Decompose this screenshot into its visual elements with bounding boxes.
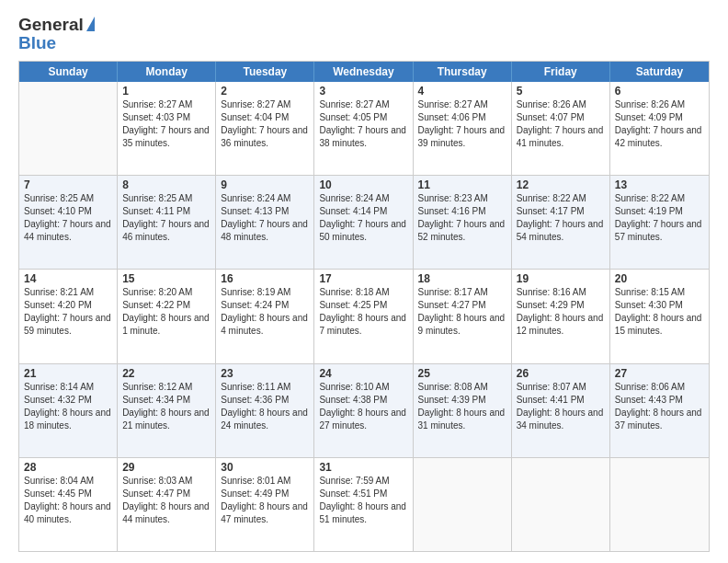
day-number: 11 <box>418 178 506 191</box>
logo-triangle-icon <box>86 17 95 31</box>
cell-sun-info: Sunrise: 8:24 AMSunset: 4:13 PMDaylight:… <box>221 192 309 244</box>
day-number: 31 <box>319 461 407 474</box>
day-number: 2 <box>221 85 309 98</box>
day-number: 12 <box>517 178 605 191</box>
day-cell-30: 30Sunrise: 8:01 AMSunset: 4:49 PMDayligh… <box>216 458 314 551</box>
day-number: 1 <box>122 85 210 98</box>
cell-sun-info: Sunrise: 8:22 AMSunset: 4:19 PMDaylight:… <box>615 192 704 244</box>
day-cell-17: 17Sunrise: 8:18 AMSunset: 4:25 PMDayligh… <box>314 270 413 362</box>
cell-sun-info: Sunrise: 8:23 AMSunset: 4:16 PMDaylight:… <box>418 192 506 244</box>
day-cell-10: 10Sunrise: 8:24 AMSunset: 4:14 PMDayligh… <box>314 176 413 269</box>
cell-sun-info: Sunrise: 8:27 AMSunset: 4:06 PMDaylight:… <box>418 98 506 150</box>
logo: General Blue <box>18 15 95 53</box>
header-cell-wednesday: Wednesday <box>314 62 413 82</box>
day-number: 25 <box>418 367 506 380</box>
day-cell-25: 25Sunrise: 8:08 AMSunset: 4:39 PMDayligh… <box>414 364 512 457</box>
day-cell-21: 21Sunrise: 8:14 AMSunset: 4:32 PMDayligh… <box>19 364 118 457</box>
cell-sun-info: Sunrise: 8:06 AMSunset: 4:43 PMDaylight:… <box>615 381 704 432</box>
day-cell-29: 29Sunrise: 8:03 AMSunset: 4:47 PMDayligh… <box>118 458 216 551</box>
day-cell-2: 2Sunrise: 8:27 AMSunset: 4:04 PMDaylight… <box>216 82 314 175</box>
cell-sun-info: Sunrise: 8:01 AMSunset: 4:49 PMDaylight:… <box>221 475 309 526</box>
logo-general: General <box>18 15 84 35</box>
day-number: 10 <box>319 178 407 191</box>
calendar-header: SundayMondayTuesdayWednesdayThursdayFrid… <box>19 62 709 82</box>
day-number: 6 <box>615 85 704 98</box>
day-cell-16: 16Sunrise: 8:19 AMSunset: 4:24 PMDayligh… <box>216 270 314 362</box>
day-number: 27 <box>615 367 704 380</box>
day-number: 20 <box>615 272 704 285</box>
cell-sun-info: Sunrise: 8:10 AMSunset: 4:38 PMDaylight:… <box>319 381 407 432</box>
cell-sun-info: Sunrise: 8:15 AMSunset: 4:30 PMDaylight:… <box>615 286 704 338</box>
day-number: 26 <box>517 367 605 380</box>
day-number: 19 <box>517 272 605 285</box>
cell-sun-info: Sunrise: 8:14 AMSunset: 4:32 PMDaylight:… <box>24 381 112 432</box>
day-cell-3: 3Sunrise: 8:27 AMSunset: 4:05 PMDaylight… <box>314 82 413 175</box>
cell-sun-info: Sunrise: 8:26 AMSunset: 4:09 PMDaylight:… <box>615 98 704 150</box>
cell-sun-info: Sunrise: 8:19 AMSunset: 4:24 PMDaylight:… <box>221 286 309 338</box>
day-cell-5: 5Sunrise: 8:26 AMSunset: 4:07 PMDaylight… <box>512 82 610 175</box>
header: General Blue <box>18 15 710 53</box>
calendar: SundayMondayTuesdayWednesdayThursdayFrid… <box>18 61 710 552</box>
day-number: 16 <box>221 272 309 285</box>
day-number: 17 <box>319 272 407 285</box>
day-number: 24 <box>319 367 407 380</box>
day-cell-15: 15Sunrise: 8:20 AMSunset: 4:22 PMDayligh… <box>118 270 216 362</box>
day-cell-18: 18Sunrise: 8:17 AMSunset: 4:27 PMDayligh… <box>414 270 512 362</box>
day-cell-11: 11Sunrise: 8:23 AMSunset: 4:16 PMDayligh… <box>414 176 512 269</box>
empty-cell <box>19 82 118 175</box>
cell-sun-info: Sunrise: 8:16 AMSunset: 4:29 PMDaylight:… <box>517 286 605 338</box>
day-number: 3 <box>319 85 407 98</box>
day-cell-4: 4Sunrise: 8:27 AMSunset: 4:06 PMDaylight… <box>414 82 512 175</box>
cell-sun-info: Sunrise: 8:27 AMSunset: 4:04 PMDaylight:… <box>221 98 309 150</box>
day-number: 9 <box>221 178 309 191</box>
cell-sun-info: Sunrise: 8:27 AMSunset: 4:03 PMDaylight:… <box>122 98 210 150</box>
cell-sun-info: Sunrise: 8:12 AMSunset: 4:34 PMDaylight:… <box>122 381 210 432</box>
day-cell-20: 20Sunrise: 8:15 AMSunset: 4:30 PMDayligh… <box>610 270 709 362</box>
cell-sun-info: Sunrise: 8:21 AMSunset: 4:20 PMDaylight:… <box>24 286 112 338</box>
day-cell-24: 24Sunrise: 8:10 AMSunset: 4:38 PMDayligh… <box>314 364 413 457</box>
header-cell-friday: Friday <box>512 62 610 82</box>
empty-cell <box>610 458 709 551</box>
cell-sun-info: Sunrise: 8:25 AMSunset: 4:10 PMDaylight:… <box>24 192 112 244</box>
day-number: 18 <box>418 272 506 285</box>
cell-sun-info: Sunrise: 8:27 AMSunset: 4:05 PMDaylight:… <box>319 98 407 150</box>
day-cell-19: 19Sunrise: 8:16 AMSunset: 4:29 PMDayligh… <box>512 270 610 362</box>
cell-sun-info: Sunrise: 8:18 AMSunset: 4:25 PMDaylight:… <box>319 286 407 338</box>
day-number: 5 <box>517 85 605 98</box>
cell-sun-info: Sunrise: 8:08 AMSunset: 4:39 PMDaylight:… <box>418 381 506 432</box>
day-number: 4 <box>418 85 506 98</box>
day-number: 28 <box>24 461 112 474</box>
day-cell-31: 31Sunrise: 7:59 AMSunset: 4:51 PMDayligh… <box>314 458 413 551</box>
day-cell-26: 26Sunrise: 8:07 AMSunset: 4:41 PMDayligh… <box>512 364 610 457</box>
day-number: 30 <box>221 461 309 474</box>
cell-sun-info: Sunrise: 8:26 AMSunset: 4:07 PMDaylight:… <box>517 98 605 150</box>
logo-blue: Blue <box>18 33 56 53</box>
cell-sun-info: Sunrise: 8:07 AMSunset: 4:41 PMDaylight:… <box>517 381 605 432</box>
week-row: 28Sunrise: 8:04 AMSunset: 4:45 PMDayligh… <box>19 457 709 551</box>
day-cell-28: 28Sunrise: 8:04 AMSunset: 4:45 PMDayligh… <box>19 458 118 551</box>
header-cell-monday: Monday <box>118 62 216 82</box>
cell-sun-info: Sunrise: 8:04 AMSunset: 4:45 PMDaylight:… <box>24 475 112 526</box>
header-cell-tuesday: Tuesday <box>216 62 314 82</box>
page: General Blue SundayMondayTuesdayWednesda… <box>0 0 728 563</box>
day-number: 14 <box>24 272 112 285</box>
day-number: 13 <box>615 178 704 191</box>
day-cell-6: 6Sunrise: 8:26 AMSunset: 4:09 PMDaylight… <box>610 82 709 175</box>
day-number: 7 <box>24 178 112 191</box>
week-row: 21Sunrise: 8:14 AMSunset: 4:32 PMDayligh… <box>19 363 709 457</box>
day-cell-8: 8Sunrise: 8:25 AMSunset: 4:11 PMDaylight… <box>118 176 216 269</box>
calendar-body: 1Sunrise: 8:27 AMSunset: 4:03 PMDaylight… <box>19 82 709 551</box>
day-cell-12: 12Sunrise: 8:22 AMSunset: 4:17 PMDayligh… <box>512 176 610 269</box>
day-number: 15 <box>122 272 210 285</box>
day-number: 21 <box>24 367 112 380</box>
header-cell-saturday: Saturday <box>610 62 709 82</box>
day-number: 22 <box>122 367 210 380</box>
day-number: 8 <box>122 178 210 191</box>
day-cell-13: 13Sunrise: 8:22 AMSunset: 4:19 PMDayligh… <box>610 176 709 269</box>
day-number: 23 <box>221 367 309 380</box>
day-cell-27: 27Sunrise: 8:06 AMSunset: 4:43 PMDayligh… <box>610 364 709 457</box>
cell-sun-info: Sunrise: 8:17 AMSunset: 4:27 PMDaylight:… <box>418 286 506 338</box>
header-cell-sunday: Sunday <box>19 62 118 82</box>
day-cell-9: 9Sunrise: 8:24 AMSunset: 4:13 PMDaylight… <box>216 176 314 269</box>
day-cell-22: 22Sunrise: 8:12 AMSunset: 4:34 PMDayligh… <box>118 364 216 457</box>
